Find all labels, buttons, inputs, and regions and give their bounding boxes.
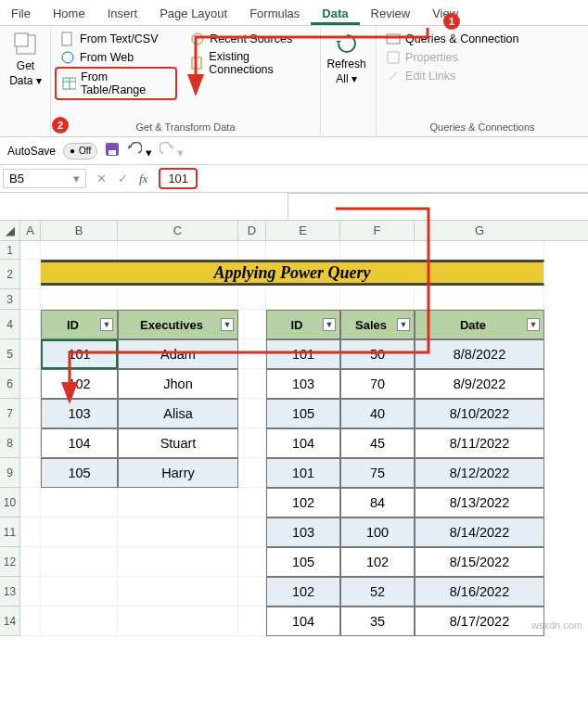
queries-connections-button[interactable]: Queries & Connection (380, 30, 584, 48)
table-cell[interactable]: Adam (118, 339, 238, 369)
table-cell[interactable]: 8/10/2022 (415, 399, 544, 428)
row-1[interactable]: 1 (0, 241, 20, 260)
from-table-range-button[interactable]: From Table/Range (55, 67, 177, 100)
col-G[interactable]: G (415, 221, 544, 240)
filter-dropdown-icon[interactable]: ▼ (100, 318, 113, 331)
table-cell[interactable]: 50 (340, 339, 415, 369)
table-cell[interactable]: 84 (340, 488, 415, 517)
row-11[interactable]: 11 (0, 517, 20, 547)
table-cell[interactable]: 101 (266, 339, 340, 369)
table-cell[interactable]: 8/16/2022 (415, 577, 544, 606)
row-8[interactable]: 8 (0, 428, 20, 458)
table-cell[interactable]: 102 (340, 547, 415, 577)
worksheet-grid[interactable]: ◢ A B C D E F G 1 2 Applying Power Query… (0, 221, 588, 636)
table2-header-id[interactable]: ID▼ (266, 310, 340, 339)
select-all-corner[interactable]: ◢ (0, 221, 20, 240)
filter-dropdown-icon[interactable]: ▼ (397, 318, 410, 331)
table-cell[interactable]: 105 (266, 399, 340, 428)
table-cell[interactable]: 8/14/2022 (415, 517, 544, 547)
table-cell[interactable]: 45 (340, 428, 415, 458)
table-cell[interactable]: 103 (41, 399, 118, 428)
tab-data[interactable]: Data (311, 3, 359, 25)
table-cell[interactable]: 8/8/2022 (415, 339, 544, 369)
table-cell[interactable]: 102 (266, 577, 340, 606)
row-4[interactable]: 4 (0, 310, 20, 339)
table-cell[interactable]: 40 (340, 399, 415, 428)
get-data-button[interactable]: Get Data ▾ (0, 26, 51, 93)
row-12[interactable]: 12 (0, 547, 20, 577)
row-5[interactable]: 5 (0, 339, 20, 369)
table-cell[interactable]: 8/9/2022 (415, 369, 544, 399)
enter-formula-icon[interactable]: ✓ (118, 172, 128, 185)
table2-header-sales[interactable]: Sales▼ (340, 310, 415, 339)
row-2[interactable]: 2 (0, 260, 20, 289)
row-7[interactable]: 7 (0, 399, 20, 428)
col-C[interactable]: C (118, 221, 238, 240)
tab-file[interactable]: File (0, 3, 42, 25)
formula-bar-value[interactable]: 101 (159, 168, 198, 189)
tab-formulas[interactable]: Formulas (238, 3, 311, 25)
col-E[interactable]: E (266, 221, 340, 240)
table-cell[interactable]: 104 (41, 428, 118, 458)
table-cell[interactable]: Harry (118, 458, 238, 488)
table-cell[interactable]: 100 (340, 517, 415, 547)
col-D[interactable]: D (238, 221, 266, 240)
table-cell[interactable]: 105 (41, 458, 118, 488)
save-button[interactable] (105, 142, 120, 160)
table-cell[interactable]: 105 (266, 547, 340, 577)
table-cell[interactable]: Alisa (118, 399, 238, 428)
table-cell[interactable]: 70 (340, 369, 415, 399)
table1-header-id[interactable]: ID▼ (41, 310, 118, 339)
table-cell[interactable]: 103 (266, 517, 340, 547)
table-cell[interactable]: 8/17/2022 (415, 606, 544, 636)
table1-header-exec[interactable]: Executives▼ (118, 310, 238, 339)
row-9[interactable]: 9 (0, 458, 20, 488)
table-cell[interactable]: 103 (266, 369, 340, 399)
properties-button[interactable]: Properties (380, 48, 584, 67)
table-cell[interactable]: 104 (266, 428, 340, 458)
fx-icon[interactable]: fx (139, 172, 147, 186)
col-A[interactable]: A (20, 221, 41, 240)
table2-header-date[interactable]: Date▼ (415, 310, 544, 339)
refresh-all-button[interactable]: Refresh All ▾ (321, 26, 372, 91)
row-14[interactable]: 14 (0, 606, 20, 636)
table-cell[interactable]: 101 (266, 458, 340, 488)
row-13[interactable]: 13 (0, 577, 20, 606)
from-text-csv-button[interactable]: From Text/CSV (55, 30, 177, 48)
table-cell[interactable]: 8/11/2022 (415, 428, 544, 458)
row-6[interactable]: 6 (0, 369, 20, 399)
table-cell[interactable]: Jhon (118, 369, 238, 399)
table-cell[interactable]: 8/12/2022 (415, 458, 544, 488)
tab-pagelayout[interactable]: Page Layout (148, 3, 238, 25)
cancel-formula-icon[interactable]: ✕ (96, 172, 107, 185)
table-cell[interactable]: 35 (340, 606, 415, 636)
autosave-toggle[interactable]: ● Off (63, 143, 97, 160)
table-cell[interactable]: 8/15/2022 (415, 547, 544, 577)
tab-review[interactable]: Review (360, 3, 422, 25)
edit-links-button[interactable]: Edit Links (380, 67, 584, 85)
row-3[interactable]: 3 (0, 289, 20, 310)
table-cell[interactable]: 102 (41, 369, 118, 399)
cell-B5-selected[interactable]: 101 (41, 339, 118, 369)
table-cell[interactable]: 75 (340, 458, 415, 488)
from-web-button[interactable]: From Web (55, 48, 177, 67)
filter-dropdown-icon[interactable]: ▼ (527, 318, 540, 331)
col-F[interactable]: F (340, 221, 415, 240)
tab-home[interactable]: Home (42, 3, 96, 25)
tab-insert[interactable]: Insert (96, 3, 149, 25)
recent-sources-button[interactable]: Recent Sources (185, 30, 316, 48)
redo-button[interactable]: ▾ (160, 142, 185, 160)
table-cell[interactable]: Stuart (118, 428, 238, 458)
row-10[interactable]: 10 (0, 488, 20, 517)
filter-dropdown-icon[interactable]: ▼ (323, 318, 336, 331)
table-cell[interactable]: 8/13/2022 (415, 488, 544, 517)
name-box[interactable]: B5 ▾ (3, 169, 86, 188)
table-cell[interactable]: 104 (266, 606, 340, 636)
get-data-label2: Data ▾ (9, 74, 42, 87)
col-B[interactable]: B (41, 221, 118, 240)
undo-button[interactable]: ▾ (127, 142, 152, 160)
table-cell[interactable]: 52 (340, 577, 415, 606)
table-cell[interactable]: 102 (266, 488, 340, 517)
filter-dropdown-icon[interactable]: ▼ (221, 318, 234, 331)
existing-connections-button[interactable]: Existing Connections (185, 48, 316, 78)
